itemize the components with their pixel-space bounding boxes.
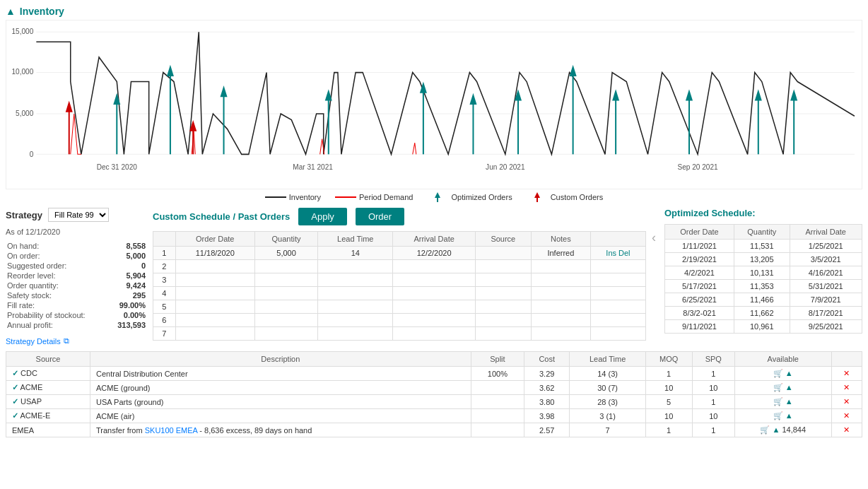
opt-col-quantity: Quantity xyxy=(734,225,790,240)
check-acme-e: ✓ xyxy=(12,411,18,420)
optimized-table: Order Date Quantity Arrival Date 1/11/20… xyxy=(664,224,862,334)
remove-usap[interactable]: ✕ xyxy=(843,397,850,406)
svg-marker-45 xyxy=(534,192,540,198)
col-lead-time: Lead Time xyxy=(318,232,393,247)
cart-emea[interactable]: 🛒 xyxy=(760,425,770,434)
stat-suggested-order: Suggested order: 0 xyxy=(7,261,146,270)
order-row-7: 7 xyxy=(153,327,646,341)
source-row-acme: ✓ ACME ACME (ground) 3.62 30 (7) 10 10 🛒… xyxy=(6,381,862,395)
src-col-cost: Cost xyxy=(524,352,570,367)
src-col-spq: SPQ xyxy=(692,352,735,367)
stat-reorder-level: Reorder level: 5,904 xyxy=(7,271,146,280)
legend-custom-orders: Custom Orders xyxy=(527,192,604,202)
up-acme[interactable]: ▲ xyxy=(785,383,793,391)
stat-safety-stock: Safety stock: 295 xyxy=(7,291,146,300)
up-emea[interactable]: ▲ xyxy=(773,425,780,434)
cart-acme-e[interactable]: 🛒 xyxy=(773,411,783,420)
source-row-cdc: ✓ CDC Central Distribution Center 100% 3… xyxy=(6,367,862,381)
opt-row-2: 2/19/2021 13,205 3/5/2021 xyxy=(665,253,862,266)
order-table: Order Date Quantity Lead Time Arrival Da… xyxy=(153,231,646,341)
remove-cdc[interactable]: ✕ xyxy=(843,369,850,377)
ins-del-1[interactable]: Ins Del xyxy=(590,247,645,260)
cart-acme[interactable]: 🛒 xyxy=(773,383,783,391)
chart-section: ▲ Inventory 15,000 10,000 5,000 0 Dec 31… xyxy=(6,6,862,202)
cart-usap[interactable]: 🛒 xyxy=(773,397,783,406)
strategy-details-link[interactable]: Strategy Details ⧉ xyxy=(6,336,147,346)
inventory-chart: 15,000 10,000 5,000 0 Dec 31 2020 Mar 31… xyxy=(6,20,862,189)
col-notes: Notes xyxy=(531,232,590,247)
middle-panel: Custom Schedule / Past Orders Apply Orde… xyxy=(153,208,646,341)
svg-marker-33 xyxy=(755,89,762,100)
opt-row-5: 6/25/2021 11,466 7/9/2021 xyxy=(665,293,862,307)
svg-marker-13 xyxy=(113,93,120,105)
legend-optimized-orders: Optimized Orders xyxy=(427,192,512,202)
svg-marker-35 xyxy=(790,89,797,100)
chart-legend: Inventory Period Demand Optimized Orders… xyxy=(6,192,862,202)
up-acme-e[interactable]: ▲ xyxy=(785,411,793,420)
middle-and-arrow: Custom Schedule / Past Orders Apply Orde… xyxy=(153,208,862,346)
svg-marker-17 xyxy=(221,86,228,97)
remove-acme[interactable]: ✕ xyxy=(843,383,850,391)
svg-marker-29 xyxy=(612,89,619,100)
src-col-moq: MOQ xyxy=(645,352,692,367)
legend-period-demand: Period Demand xyxy=(335,193,413,201)
as-of-date: As of 12/1/2020 xyxy=(6,228,147,236)
strategy-select[interactable]: Fill Rate 99 xyxy=(48,208,109,222)
chart-svg: 15,000 10,000 5,000 0 Dec 31 2020 Mar 31… xyxy=(6,20,862,189)
svg-text:Sep 20 2021: Sep 20 2021 xyxy=(678,163,718,171)
opt-row-6: 8/3/2-021 11,662 8/17/2021 xyxy=(665,307,862,320)
opt-col-order-date: Order Date xyxy=(665,225,734,240)
col-arrival-date: Arrival Date xyxy=(393,232,475,247)
svg-text:15,000: 15,000 xyxy=(12,28,34,35)
stat-stockout-prob: Probability of stockout: 0.00% xyxy=(7,311,146,319)
sku100-emea-link[interactable]: SKU100 EMEA xyxy=(145,426,198,435)
check-cdc: ✓ xyxy=(12,369,18,377)
opt-row-1: 1/11/2021 11,531 1/25/2021 xyxy=(665,240,862,253)
schedule-header: Custom Schedule / Past Orders Apply Orde… xyxy=(153,208,646,225)
order-row-3: 3 xyxy=(153,273,646,287)
order-row-4: 4 xyxy=(153,287,646,300)
src-col-description: Description xyxy=(90,352,471,367)
col-actions xyxy=(590,232,645,247)
stat-order-quantity: Order quantity: 9,424 xyxy=(7,281,146,290)
source-row-acme-e: ✓ ACME-E ACME (air) 3.98 3 (1) 10 10 🛒 ▲… xyxy=(6,409,862,423)
nav-arrow-left[interactable]: ‹ xyxy=(649,230,659,245)
cart-cdc[interactable]: 🛒 xyxy=(773,369,783,377)
external-link-icon: ⧉ xyxy=(64,336,69,346)
remove-emea[interactable]: ✕ xyxy=(843,425,850,434)
up-cdc[interactable]: ▲ xyxy=(785,369,793,377)
check-usap: ✓ xyxy=(12,397,18,406)
svg-marker-37 xyxy=(66,101,73,112)
svg-text:Dec 31 2020: Dec 31 2020 xyxy=(97,163,137,171)
svg-marker-23 xyxy=(469,93,476,105)
opt-row-3: 4/2/2021 10,131 4/16/2021 xyxy=(665,266,862,280)
order-row-6: 6 xyxy=(153,314,646,327)
schedule-title: Custom Schedule / Past Orders xyxy=(153,211,290,222)
apply-button[interactable]: Apply xyxy=(298,208,347,225)
col-quantity: Quantity xyxy=(254,232,317,247)
strategy-label: Strategy xyxy=(6,210,42,220)
stat-on-order: On order: 5,000 xyxy=(7,252,146,260)
main-content: Strategy Fill Rate 99 As of 12/1/2020 On… xyxy=(6,208,862,346)
left-panel: Strategy Fill Rate 99 As of 12/1/2020 On… xyxy=(6,208,147,346)
up-usap[interactable]: ▲ xyxy=(785,397,793,406)
svg-text:5,000: 5,000 xyxy=(16,110,33,117)
src-col-split: Split xyxy=(471,352,524,367)
opt-col-arrival-date: Arrival Date xyxy=(790,225,862,240)
stat-annual-profit: Annual profit: 313,593 xyxy=(7,321,146,329)
src-col-source: Source xyxy=(6,352,90,367)
col-source: Source xyxy=(475,232,531,247)
order-row-2: 2 xyxy=(153,260,646,273)
svg-text:10,000: 10,000 xyxy=(12,67,34,75)
src-col-actions xyxy=(831,352,862,367)
src-col-available: Available xyxy=(735,352,831,367)
right-panel: Optimized Schedule: Order Date Quantity … xyxy=(664,208,862,334)
svg-text:Mar 31 2021: Mar 31 2021 xyxy=(293,163,333,171)
col-order-date: Order Date xyxy=(175,232,254,247)
svg-marker-27 xyxy=(570,65,577,76)
remove-acme-e[interactable]: ✕ xyxy=(843,411,850,420)
chart-expand-icon[interactable]: ▲ xyxy=(6,6,16,17)
check-acme: ✓ xyxy=(12,383,18,391)
order-button[interactable]: Order xyxy=(356,208,404,225)
source-row-usap: ✓ USAP USA Parts (ground) 3.80 28 (3) 5 … xyxy=(6,395,862,409)
